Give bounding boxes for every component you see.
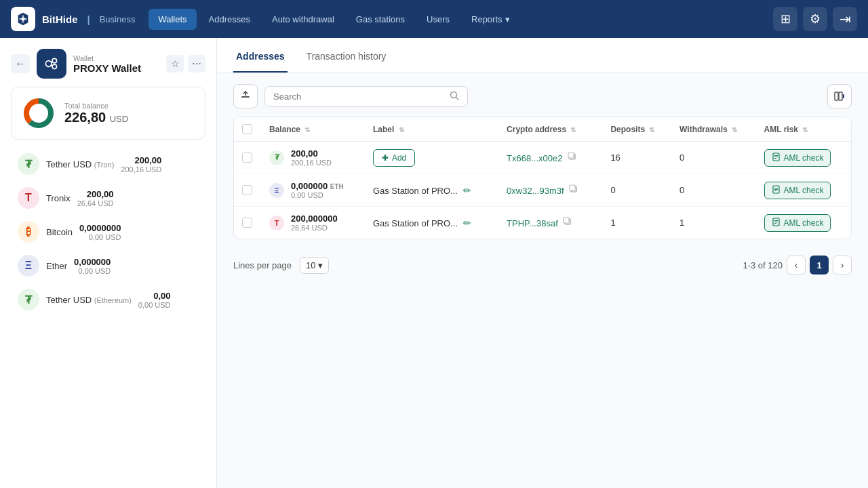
nav-addresses[interactable]: Addresses [199, 9, 260, 30]
aml-check-btn-3[interactable]: AML check [764, 214, 831, 232]
navbar: BitHide | Business Wallets Addresses Aut… [0, 0, 868, 38]
svg-rect-13 [241, 96, 250, 98]
star-icon: ☆ [171, 58, 180, 69]
currency-item-tronix[interactable]: T Tronix 200,00 26,64 USD [11, 182, 205, 214]
crypto-address-link-2[interactable]: 0xw32...93m3f [507, 186, 564, 196]
balance-info: Total balance 226,80 USD [64, 102, 128, 125]
prev-page-button[interactable]: ‹ [787, 256, 806, 274]
table-row: ₮ 200,00 200,16 USD ✚ [234, 142, 851, 174]
deposits-3: 1 [602, 207, 671, 239]
ether-icon: Ξ [18, 255, 39, 277]
search-box [264, 86, 468, 107]
row-3-checkbox[interactable] [242, 218, 252, 228]
edit-label-btn-2[interactable]: ✏ [460, 184, 474, 197]
settings-icon-btn[interactable]: ⚙ [803, 7, 827, 31]
upload-icon [240, 89, 251, 103]
crypto-address-link-3[interactable]: TPHP...38saf [507, 218, 558, 228]
brand-separator: | [87, 14, 90, 25]
copy-address-btn-2[interactable] [566, 184, 581, 197]
lines-select-chevron: ▾ [318, 260, 323, 270]
svg-rect-18 [839, 92, 842, 100]
nav-gas-stations[interactable]: Gas stations [347, 9, 414, 30]
tron-coin-icon: ₮ [269, 150, 284, 165]
address-sort-icon[interactable]: ⇅ [570, 126, 576, 134]
wallet-name: PROXY Wallet [73, 62, 159, 74]
currency-item-bitcoin[interactable]: ₿ Bitcoin 0,0000000 0,00 USD [11, 216, 205, 248]
aml-sort-icon[interactable]: ⇅ [802, 126, 808, 134]
wallet-info: Wallet PROXY Wallet [73, 54, 159, 74]
copy-address-btn-1[interactable] [565, 151, 580, 165]
gear-icon: ⚙ [810, 12, 821, 26]
currency-item-tether-tron[interactable]: ₮ Tether USD (Tron) 200,00 200,16 USD [11, 148, 205, 180]
add-label-button[interactable]: ✚ Add [373, 149, 415, 167]
logout-icon-btn[interactable]: ⇥ [833, 7, 857, 31]
copy-address-btn-3[interactable] [560, 216, 575, 230]
nav-reports[interactable]: Reports ▾ [462, 9, 519, 30]
row-2-balance: Ξ 0,000000 ETH 0,00 USD [269, 181, 357, 199]
withdrawals-2: 0 [671, 174, 755, 207]
lines-per-page-select[interactable]: 10 ▾ [300, 257, 329, 274]
select-all-checkbox[interactable] [242, 124, 252, 134]
row-2-checkbox[interactable] [242, 185, 252, 195]
tabs-bar: Addresses Transaction history [217, 38, 868, 73]
ether-amounts: 0,000000 0,00 USD [74, 257, 111, 275]
page-1-button[interactable]: 1 [810, 256, 829, 274]
tether-eth-icon: ₮ [18, 289, 39, 310]
nav-auto-withdrawal[interactable]: Auto withdrawal [262, 9, 344, 30]
aml-icon-1 [772, 152, 781, 163]
favorite-button[interactable]: ☆ [166, 55, 184, 73]
trx-coin-icon: T [269, 216, 284, 230]
withdrawals-sort-icon[interactable]: ⇅ [732, 126, 737, 134]
currency-item-tether-eth[interactable]: ₮ Tether USD (Ethereum) 0,00 0,00 USD [11, 283, 205, 316]
withdrawals-1: 0 [671, 142, 755, 174]
next-page-button[interactable]: › [833, 256, 852, 274]
col-withdrawals: Withdrawals ⇅ [671, 117, 755, 142]
currency-list: ₮ Tether USD (Tron) 200,00 200,16 USD T … [11, 148, 205, 316]
brand-sub: Business [100, 14, 136, 24]
eth-coin-icon: Ξ [269, 183, 284, 198]
balance-sort-icon[interactable]: ⇅ [304, 126, 310, 134]
upload-button[interactable] [233, 84, 258, 108]
more-button[interactable]: ⋯ [188, 55, 205, 73]
currency-name-tether-eth: Tether USD (Ethereum) [46, 295, 132, 305]
table-row: T 200,000000 26,64 USD Gas Station of PR… [234, 207, 851, 239]
row-3-balance: T 200,000000 26,64 USD [269, 214, 357, 232]
withdrawals-3: 1 [671, 207, 755, 239]
grid-icon: ⊞ [781, 12, 791, 26]
col-crypto-address: Crypto address ⇅ [498, 117, 602, 142]
search-input[interactable] [273, 92, 444, 102]
currency-name-bitcoin: Bitcoin [46, 227, 73, 237]
svg-rect-33 [564, 218, 569, 223]
aml-check-btn-1[interactable]: AML check [764, 149, 831, 167]
brand-logo [11, 7, 35, 31]
crypto-address-link-1[interactable]: Tx668...x00e2 [507, 153, 562, 163]
tronix-icon: T [18, 187, 39, 209]
currency-name-tether-tron: Tether USD (Tron) [46, 159, 114, 169]
columns-button[interactable] [827, 84, 852, 108]
edit-label-btn-3[interactable]: ✏ [460, 216, 474, 230]
row-1-checkbox[interactable] [242, 152, 252, 163]
tab-transaction-history[interactable]: Transaction history [304, 41, 389, 73]
deposits-sort-icon[interactable]: ⇅ [649, 126, 654, 134]
grid-icon-btn[interactable]: ⊞ [773, 7, 797, 31]
aml-check-btn-2[interactable]: AML check [764, 182, 831, 199]
label-sort-icon[interactable]: ⇅ [399, 126, 404, 134]
add-icon: ✚ [382, 153, 389, 163]
col-deposits: Deposits ⇅ [602, 117, 671, 142]
svg-rect-27 [570, 185, 575, 190]
nav-users[interactable]: Users [417, 9, 459, 30]
brand-name: BitHide [42, 14, 78, 25]
col-balance: Balance ⇅ [261, 117, 365, 142]
tab-addresses[interactable]: Addresses [233, 41, 288, 73]
col-aml-risk: AML risk ⇅ [756, 117, 851, 142]
bitcoin-amounts: 0,0000000 0,00 USD [79, 223, 121, 241]
svg-line-16 [456, 97, 459, 100]
reports-chevron-icon: ▾ [505, 14, 510, 24]
back-button[interactable]: ← [11, 54, 30, 73]
svg-rect-21 [568, 152, 574, 158]
nav-wallets[interactable]: Wallets [149, 9, 196, 30]
prev-page-icon: ‹ [795, 260, 798, 270]
aml-icon-3 [772, 218, 781, 228]
currency-item-ether[interactable]: Ξ Ether 0,000000 0,00 USD [11, 249, 205, 282]
navbar-right: ⊞ ⚙ ⇥ [773, 7, 857, 31]
